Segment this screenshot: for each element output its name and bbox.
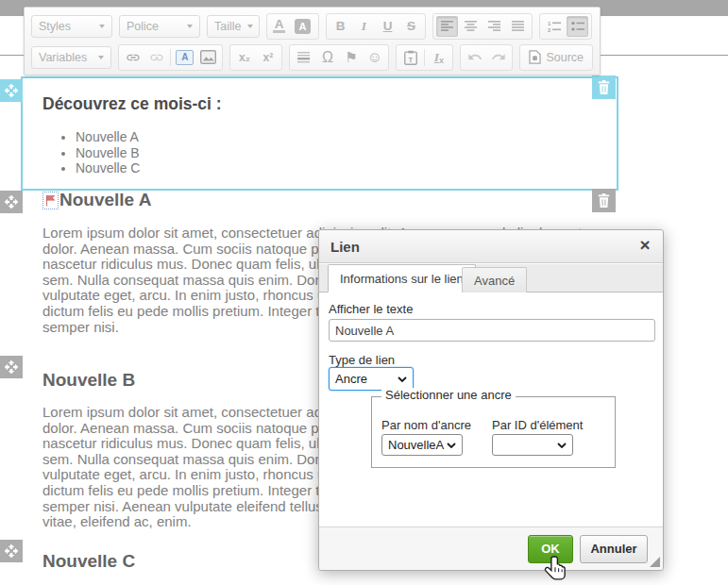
dropdown-arrow-icon bbox=[187, 25, 193, 28]
underline-button[interactable]: U bbox=[377, 16, 398, 37]
text-color-icon: A bbox=[273, 19, 285, 33]
align-center-button[interactable] bbox=[460, 16, 482, 37]
special-char-button[interactable]: Ω bbox=[316, 47, 338, 68]
remove-format-button[interactable]: Ix bbox=[428, 47, 449, 68]
align-left-button[interactable] bbox=[436, 16, 458, 37]
section-heading: Nouvelle C bbox=[42, 551, 135, 572]
ok-button-label: OK bbox=[541, 542, 560, 556]
undo-button[interactable] bbox=[464, 47, 485, 68]
anchor-flag-icon bbox=[45, 194, 56, 207]
chevron-down-icon bbox=[447, 443, 456, 448]
list-item[interactable]: Nouvelle C bbox=[76, 160, 140, 176]
source-icon bbox=[529, 50, 541, 64]
delete-block-button[interactable] bbox=[592, 189, 616, 212]
anchor-button[interactable]: A bbox=[174, 47, 195, 68]
intro-heading: Découvrez ce mois-ci : bbox=[42, 94, 222, 114]
italic-button[interactable]: I bbox=[353, 16, 375, 37]
paste-button[interactable]: T bbox=[399, 47, 421, 68]
redo-button[interactable] bbox=[487, 47, 509, 68]
drag-handle[interactable] bbox=[0, 356, 23, 378]
tab-advanced[interactable]: Avancé bbox=[462, 267, 527, 292]
dialog-title-bar[interactable]: Lien bbox=[319, 230, 663, 263]
image-button[interactable] bbox=[197, 47, 219, 68]
section-title: Nouvelle A bbox=[59, 190, 152, 210]
link-icon bbox=[126, 50, 141, 65]
editor-toolbar: Styles Police Taille A A bbox=[24, 7, 601, 75]
subscript-button[interactable]: x₂ bbox=[233, 47, 255, 68]
font-combo-label: Police bbox=[127, 20, 159, 33]
cancel-button[interactable]: Annuler bbox=[580, 535, 648, 563]
horizontal-rule-button[interactable] bbox=[293, 47, 314, 68]
bold-button[interactable]: B bbox=[330, 16, 351, 37]
drag-handle[interactable] bbox=[0, 191, 23, 213]
delete-block-button[interactable] bbox=[592, 75, 616, 99]
by-element-id-select[interactable] bbox=[492, 434, 573, 456]
svg-text:1: 1 bbox=[548, 21, 551, 26]
dialog-close-button[interactable]: × bbox=[635, 235, 654, 256]
variables-combo[interactable]: Variables bbox=[31, 46, 111, 69]
bulleted-list-icon bbox=[571, 21, 584, 32]
superscript-button[interactable]: x² bbox=[257, 47, 279, 68]
bg-color-button[interactable]: A bbox=[294, 16, 315, 37]
chevron-down-icon bbox=[398, 376, 407, 382]
horizontal-rule-icon bbox=[297, 52, 310, 63]
section-heading: Nouvelle A bbox=[42, 190, 152, 210]
section-title: Nouvelle C bbox=[42, 551, 135, 572]
align-left-icon bbox=[441, 21, 453, 31]
dropdown-arrow-icon bbox=[98, 56, 104, 59]
move-icon bbox=[4, 194, 19, 209]
trash-icon bbox=[598, 193, 610, 208]
list-item[interactable]: Nouvelle B bbox=[76, 145, 140, 161]
link-button[interactable] bbox=[122, 47, 144, 68]
editor-page: Styles Police Taille A A bbox=[0, 0, 728, 585]
anchor-marker[interactable] bbox=[42, 192, 59, 209]
drag-handle[interactable] bbox=[0, 79, 23, 102]
section-title: Nouvelle B bbox=[42, 370, 135, 391]
svg-text:2: 2 bbox=[548, 27, 551, 32]
numbered-list-button[interactable]: 1 2 bbox=[543, 16, 565, 37]
link-dialog: Lien × Informations sur le lien Avancé A… bbox=[318, 229, 664, 571]
tab-link-info[interactable]: Informations sur le lien bbox=[328, 264, 476, 292]
dialog-title: Lien bbox=[330, 239, 360, 255]
anchor-flag-button[interactable]: ⚑ bbox=[340, 47, 362, 68]
svg-text:T: T bbox=[408, 55, 413, 63]
size-combo-label: Taille bbox=[214, 20, 242, 33]
move-icon bbox=[4, 83, 19, 98]
intro-list: Nouvelle A Nouvelle B Nouvelle C bbox=[60, 129, 140, 176]
by-anchor-name-select[interactable]: NouvelleA bbox=[381, 434, 463, 456]
dialog-tabstrip: Informations sur le lien Avancé bbox=[319, 264, 663, 292]
text-color-button[interactable]: A bbox=[270, 16, 292, 37]
chevron-down-icon bbox=[557, 443, 567, 448]
tab-label: Informations sur le lien bbox=[340, 272, 464, 286]
image-icon bbox=[200, 50, 216, 64]
link-type-value: Ancre bbox=[335, 372, 367, 386]
bulleted-list-button[interactable] bbox=[567, 16, 588, 37]
dropdown-arrow-icon bbox=[99, 25, 105, 28]
list-item[interactable]: Nouvelle A bbox=[76, 129, 140, 145]
trash-icon bbox=[598, 80, 610, 94]
cancel-button-label: Annuler bbox=[590, 542, 636, 556]
display-text-input[interactable] bbox=[329, 319, 655, 342]
source-button[interactable]: Source bbox=[519, 44, 593, 71]
tab-label: Avancé bbox=[474, 274, 515, 288]
by-anchor-name-label: Par nom d'ancre bbox=[381, 418, 471, 432]
move-icon bbox=[4, 543, 19, 559]
styles-combo[interactable]: Styles bbox=[31, 15, 112, 38]
smiley-button[interactable]: ☺ bbox=[364, 47, 385, 68]
strikethrough-button[interactable]: S bbox=[400, 16, 422, 37]
font-combo[interactable]: Police bbox=[119, 15, 200, 38]
unlink-button[interactable] bbox=[145, 47, 167, 68]
justify-button[interactable] bbox=[507, 16, 529, 37]
undo-icon bbox=[467, 51, 483, 63]
align-right-icon bbox=[488, 21, 500, 31]
display-text-label: Afficher le texte bbox=[329, 302, 413, 316]
unlink-icon bbox=[149, 50, 164, 65]
dropdown-arrow-icon bbox=[247, 25, 253, 28]
align-right-button[interactable] bbox=[483, 16, 505, 37]
dialog-resize-handle[interactable] bbox=[650, 557, 660, 567]
mouse-cursor bbox=[543, 555, 569, 585]
drag-handle[interactable] bbox=[0, 540, 23, 562]
size-combo[interactable]: Taille bbox=[207, 15, 260, 38]
justify-icon bbox=[512, 21, 524, 31]
move-icon bbox=[4, 359, 19, 375]
